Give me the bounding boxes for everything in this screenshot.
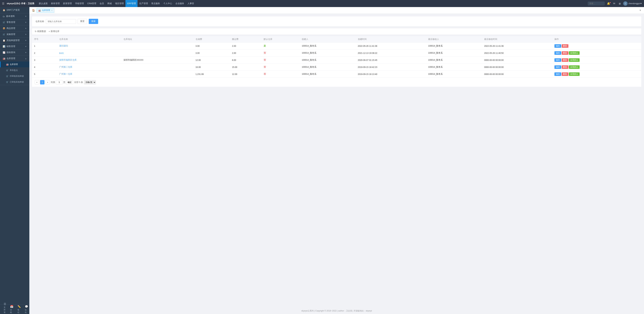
sidebar-item-approved[interactable]: 🛒 已审批其他单据: [0, 79, 29, 85]
basic-label: 基本资料: [6, 15, 15, 18]
refresh-btn[interactable]: ↻ 刷新数据: [35, 30, 46, 33]
reset-button[interactable]: 重置: [78, 19, 87, 24]
table-row: 1请问请问3.002.00是100014_陈冬瓜2022-05-26 11:41…: [32, 42, 641, 50]
home-breadcrumb-icon[interactable]: 🏠: [32, 9, 35, 12]
cell-name[interactable]: test1: [57, 50, 122, 57]
tab-bar: 🏠 🏭 仓库管理 × ▼: [29, 7, 644, 14]
global-search-input[interactable]: [588, 2, 604, 5]
inventory-icon: 🛒: [6, 69, 8, 71]
sidebar-item-inventory[interactable]: 🛒 库存盘点: [0, 67, 29, 73]
delete-button[interactable]: 删除: [562, 58, 568, 62]
edit-button[interactable]: 编辑: [554, 65, 561, 69]
file-icon: ☰: [4, 303, 6, 306]
table-row: 3深圳市福田区仓库深圳市福田区XXXXX12.008.00否100014_陈冬瓜…: [32, 57, 641, 64]
mail-icon[interactable]: ✉: [612, 2, 616, 5]
sidebar-item-erp-home[interactable]: 🏠 ERP门户首页: [0, 7, 29, 13]
tab-expand-icon[interactable]: ▼: [639, 9, 641, 11]
nav-item-salary[interactable]: 薪资管理: [62, 0, 74, 7]
edit-button[interactable]: 编辑: [554, 44, 561, 48]
set-default-button[interactable]: 设置默认: [569, 51, 580, 55]
per-page-select[interactable]: 15条/页 30条/页 50条/页: [84, 80, 96, 84]
page-confirm-btn[interactable]: 确定: [66, 80, 73, 84]
nav-item-desktop[interactable]: 默认桌面: [37, 0, 49, 7]
notes-icon: ✏️: [18, 305, 21, 308]
forum-label: 论坛: [25, 309, 28, 314]
forum-btn[interactable]: 💬 论坛: [23, 304, 29, 314]
cell-last-modifier: 100014_陈冬瓜: [426, 64, 482, 71]
sidebar-item-pending-audit[interactable]: 🛒 待审核其他单据: [0, 73, 29, 79]
nav-item-member[interactable]: 会员: [98, 0, 106, 7]
sidebar-group-purchase-header[interactable]: 🛒 采购管理 ▼: [0, 31, 29, 37]
sidebar-group-basic: 🗂 基本资料 ▼: [0, 13, 29, 19]
delete-button[interactable]: 删除: [562, 44, 568, 48]
nav-item-project[interactable]: 项目管理: [113, 0, 126, 7]
search-button[interactable]: 搜索: [89, 19, 98, 24]
nav-item-enterprise[interactable]: 企业服务: [174, 0, 186, 7]
notes-btn[interactable]: ✏️ 笔记: [16, 304, 23, 314]
cell-address: [122, 64, 194, 71]
screen-icon[interactable]: 🖥: [618, 2, 622, 5]
cell-operations: 编辑删除设置默认: [552, 57, 641, 64]
notification-icon[interactable]: 🔔: [606, 2, 611, 5]
warehouse-table: 序号 仓库名称 仓库地址 仓储费 搬运费 默认仓库 创建人 创建时间 最后修改人…: [32, 36, 641, 87]
delete-button[interactable]: 删除: [562, 65, 568, 69]
sidebar-group-report-header[interactable]: 📈 报表查询 ▼: [0, 50, 29, 55]
edit-button[interactable]: 编辑: [554, 72, 561, 76]
cell-name[interactable]: 广州第一仓库: [57, 71, 122, 78]
nav-item-hr[interactable]: 人事管: [186, 0, 196, 7]
nav-item-school[interactable]: 学校管理: [74, 0, 86, 7]
cell-name[interactable]: 深圳市福田区仓库: [57, 57, 122, 64]
col-modify-time: 最后修改时间: [482, 36, 552, 42]
col-default: 默认仓库: [262, 36, 300, 42]
sidebar-item-warehouse-manage[interactable]: 🏭 仓库管理: [0, 61, 29, 67]
warehouse-name-input[interactable]: [46, 19, 76, 24]
tab-warehouse-label: 仓库管理: [42, 9, 50, 12]
page-number-input[interactable]: [56, 80, 62, 84]
cell-operations: 编辑删除设置默认: [552, 71, 641, 78]
cell-transport-fee: 8.00: [230, 57, 262, 64]
calendar-btn[interactable]: 📅 日程: [8, 304, 16, 314]
sidebar-group-sales-header[interactable]: 📊 销售管理 ▼: [0, 43, 29, 49]
top-navigation: ☰ skyeye云办公 作者：卫志强 默认桌面 财务管理 薪资管理 学校管理 C…: [0, 0, 644, 7]
nav-item-finance[interactable]: 财务管理: [49, 0, 62, 7]
next-page-btn[interactable]: ›: [46, 80, 50, 84]
cell-name[interactable]: 广州第二仓库: [57, 64, 122, 71]
file-manage-btn[interactable]: ☰ 文件管理: [2, 302, 8, 314]
set-default-button[interactable]: 设置默认: [569, 65, 580, 69]
nav-item-erp[interactable]: ERP管理: [126, 0, 138, 7]
report-icon: 📈: [3, 51, 5, 54]
sidebar-group-product-header[interactable]: 📦 商品管理 ▼: [0, 25, 29, 31]
sidebar-group-retail-header[interactable]: 🛒 零售管理 ▼: [0, 19, 29, 25]
cell-index: 4: [32, 64, 57, 71]
delete-button[interactable]: 删除: [562, 72, 568, 76]
user-info[interactable]: C chendonggui▼: [623, 1, 642, 6]
close-tab-icon[interactable]: ×: [51, 9, 52, 11]
edit-button[interactable]: 编辑: [554, 51, 561, 55]
set-default-button[interactable]: 设置默认: [569, 58, 580, 62]
chevron-down-icon: ▼: [25, 39, 27, 41]
hamburger-icon[interactable]: ☰: [2, 2, 4, 5]
sidebar-group-purchase: 🛒 采购管理 ▼: [0, 31, 29, 37]
page-1-btn[interactable]: 1: [40, 80, 44, 84]
delete-button[interactable]: 删除: [562, 51, 568, 55]
search-bar: 仓库名称 重置 搜索: [32, 16, 641, 26]
nav-item-production[interactable]: 生产管理: [138, 0, 150, 7]
table-row: 2test13.002.00否100014_陈冬瓜2021-12-13 19:3…: [32, 50, 641, 57]
set-default-button[interactable]: 设置默认: [569, 72, 580, 76]
nav-item-shop[interactable]: 商城: [106, 0, 113, 7]
col-transport-fee: 搬运费: [230, 36, 262, 42]
nav-item-crm[interactable]: CRM管理: [86, 0, 98, 7]
edit-button[interactable]: 编辑: [554, 58, 561, 62]
cell-transport-fee: 2.00: [230, 50, 262, 57]
sidebar-group-basic-header[interactable]: 🗂 基本资料 ▼: [0, 13, 29, 19]
add-warehouse-btn[interactable]: + 新增仓库: [49, 30, 59, 33]
tab-warehouse[interactable]: 🏭 仓库管理 ×: [36, 8, 54, 13]
nav-item-aftersale[interactable]: 售后服务: [150, 0, 162, 7]
cell-create-time: 2019-09-15 18:42:23: [356, 64, 426, 71]
sidebar-group-warehouse-header[interactable]: 🏭 仓库管理 ▲: [0, 56, 29, 61]
prev-page-btn[interactable]: ‹: [35, 80, 39, 84]
cell-create-time: 2021-12-13 19:38:22: [356, 50, 426, 57]
nav-item-personal[interactable]: 个人中心: [162, 0, 174, 7]
sidebar-group-other-header[interactable]: 📋 其他单据管理 ▼: [0, 37, 29, 43]
cell-name[interactable]: 请问请问: [57, 42, 122, 50]
